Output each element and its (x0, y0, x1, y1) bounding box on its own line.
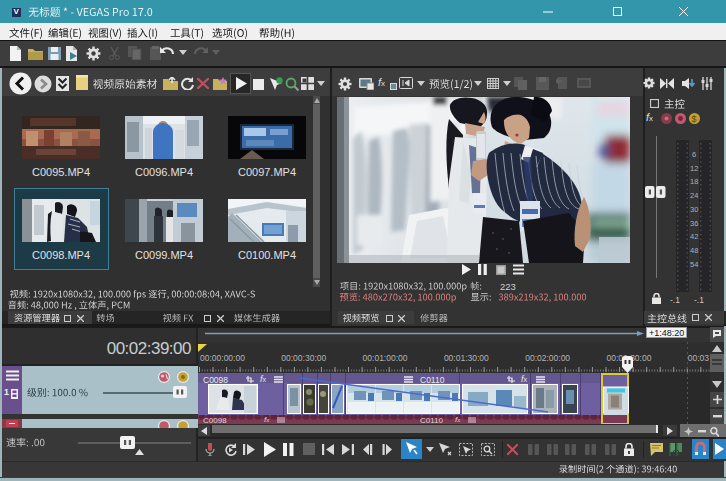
svg-text:$: $ (692, 114, 697, 124)
